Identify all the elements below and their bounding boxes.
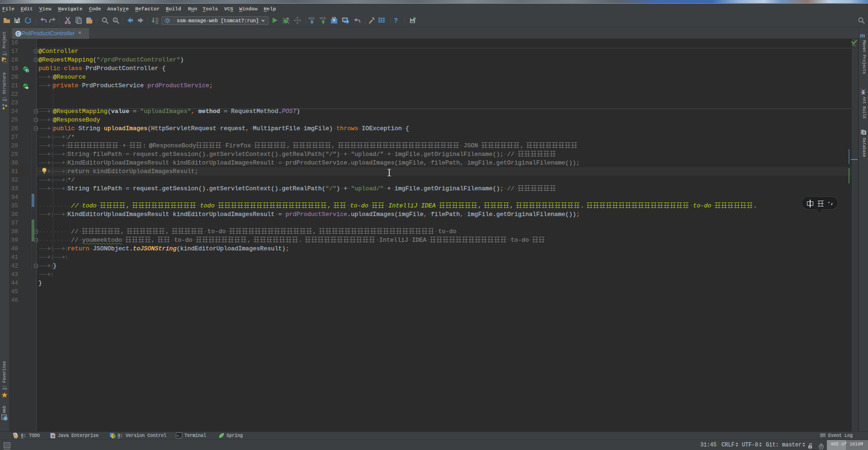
svg-text:⊘: ⊘ xyxy=(14,433,16,436)
svg-text:C: C xyxy=(17,31,19,37)
svg-text:01: 01 xyxy=(156,22,159,24)
svg-text:A: A xyxy=(114,18,117,22)
svg-text:VCS: VCS xyxy=(320,17,326,20)
svg-text:>_: >_ xyxy=(177,434,181,438)
svg-text:VCS: VCS xyxy=(308,17,315,20)
